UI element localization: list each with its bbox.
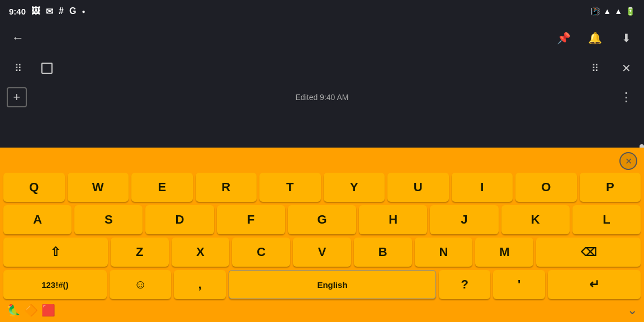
second-toolbar-right: ⠿ ✕ (584, 57, 637, 79)
key-s[interactable]: S (74, 205, 143, 234)
key-b[interactable]: B (354, 238, 412, 267)
grid-view-button[interactable]: ⠿ (7, 57, 29, 79)
apostrophe-label: ' (518, 277, 520, 292)
add-button[interactable]: + (7, 87, 27, 107)
keyboard-row-4: 123!#() ☺ , English ? ' ↵ (0, 268, 644, 301)
archive-button[interactable]: ⬇ (615, 27, 637, 49)
key-i[interactable]: I (452, 173, 513, 202)
space-label: English (317, 280, 347, 290)
key-n[interactable]: N (415, 238, 473, 267)
keyboard: ✕ Q W E R T Y U I O P A S D F G H J K L … (0, 148, 644, 322)
gnews-icon: G (69, 6, 76, 16)
back-icon: ← (12, 31, 24, 45)
edit-status-bar: + Edited 9:40 AM ⋮ (0, 83, 644, 112)
collapse-keyboard-button[interactable]: ⌄ (627, 303, 637, 318)
photo-icon: 🖼 (31, 6, 40, 16)
key-m[interactable]: M (475, 238, 533, 267)
key-a[interactable]: A (3, 205, 72, 234)
square-icon (41, 63, 53, 74)
key-j[interactable]: J (430, 205, 498, 234)
pin-icon: 📌 (557, 31, 571, 45)
key-apostrophe[interactable]: ' (493, 270, 544, 299)
keyboard-bottom-bar: 🦜 🔶 🟥 ⌄ (0, 301, 644, 322)
key-shift[interactable]: ⇧ (3, 238, 108, 267)
keyboard-row-1: Q W E R T Y U I O P (0, 171, 644, 203)
top-toolbar: ← 📌 🔔 ⬇ (0, 22, 644, 54)
key-z[interactable]: Z (111, 238, 169, 267)
more-options-button[interactable]: ⋮ (615, 86, 637, 108)
keyboard-top-bar: ✕ (0, 150, 644, 171)
key-question[interactable]: ? (439, 270, 490, 299)
close-icon: ✕ (622, 61, 631, 75)
keyboard-close-icon: ✕ (625, 156, 632, 167)
key-comma[interactable]: , (174, 270, 225, 299)
notification-button[interactable]: 🔔 (584, 27, 606, 49)
more-options-icon: ⋮ (620, 90, 632, 105)
key-backspace[interactable]: ⌫ (536, 238, 641, 267)
signal-icon: ▲ (614, 7, 622, 16)
status-bar: 9:40 🖼 ✉ # G ● 📳 ▲ ▲ 🔋 (0, 0, 644, 22)
key-enter[interactable]: ↵ (548, 270, 641, 299)
close-button[interactable]: ✕ (615, 57, 637, 79)
app-icon-3: 🟥 (41, 304, 55, 317)
key-f[interactable]: F (217, 205, 285, 234)
shift-icon: ⇧ (50, 245, 60, 259)
key-w[interactable]: W (68, 173, 129, 202)
key-o[interactable]: O (515, 173, 577, 202)
battery-icon: 🔋 (626, 7, 635, 16)
key-e[interactable]: E (131, 173, 193, 202)
key-u[interactable]: U (387, 173, 449, 202)
key-space[interactable]: English (229, 270, 436, 299)
gmail-icon: ✉ (46, 6, 53, 17)
enter-icon: ↵ (589, 277, 599, 292)
status-left: 9:40 🖼 ✉ # G ● (9, 6, 85, 17)
key-g[interactable]: G (288, 205, 356, 234)
key-v[interactable]: V (293, 238, 351, 267)
grid-icon: ⠿ (15, 62, 22, 74)
toolbar-tools: ⠿ (7, 57, 58, 79)
add-icon: + (13, 90, 21, 105)
emoji-icon: ☺ (134, 277, 146, 292)
back-button[interactable]: ← (7, 27, 29, 49)
toolbar-left: ← (7, 27, 29, 49)
app-icon-2: 🔶 (24, 304, 38, 317)
key-p[interactable]: P (580, 173, 641, 202)
pin-button[interactable]: 📌 (552, 27, 575, 49)
question-label: ? (461, 277, 468, 292)
key-h[interactable]: H (359, 205, 427, 234)
key-numbers[interactable]: 123!#() (3, 270, 107, 299)
keyboard-row-3: ⇧ Z X C V B N M ⌫ (0, 236, 644, 268)
keyboard-dots-icon: ⠿ (591, 62, 599, 74)
numbers-label: 123!#() (41, 280, 68, 290)
backspace-icon: ⌫ (581, 245, 596, 259)
notification-bell-icon: 🔔 (588, 31, 602, 45)
status-time: 9:40 (9, 7, 26, 16)
keyboard-close-button[interactable]: ✕ (619, 152, 637, 170)
key-l[interactable]: L (572, 205, 641, 234)
key-r[interactable]: R (196, 173, 257, 202)
square-view-button[interactable] (36, 57, 58, 79)
archive-icon: ⬇ (622, 31, 631, 45)
key-t[interactable]: T (259, 173, 321, 202)
key-d[interactable]: D (145, 205, 214, 234)
keyboard-row-2: A S D F G H J K L (0, 203, 644, 236)
key-x[interactable]: X (172, 238, 230, 267)
wifi-icon: ▲ (603, 7, 611, 16)
edit-timestamp: Edited 9:40 AM (296, 93, 349, 102)
status-icons-right: 📳 ▲ ▲ 🔋 (590, 7, 635, 16)
keyboard-toggle-button[interactable]: ⠿ (584, 57, 606, 79)
chevron-down-icon: ⌄ (627, 303, 637, 317)
slack-icon: # (59, 6, 64, 16)
second-toolbar: ⠿ ⠿ ✕ (0, 54, 644, 83)
vibrate-icon: 📳 (590, 7, 600, 16)
comma-label: , (198, 277, 202, 292)
key-q[interactable]: Q (3, 173, 65, 202)
app-icon-1: 🦜 (7, 304, 21, 317)
toolbar-right: 📌 🔔 ⬇ (552, 27, 637, 49)
key-emoji[interactable]: ☺ (110, 270, 172, 299)
key-k[interactable]: K (501, 205, 570, 234)
key-y[interactable]: Y (324, 173, 385, 202)
dot-icon: ● (82, 8, 85, 15)
key-c[interactable]: C (232, 238, 290, 267)
app-icons: 🦜 🔶 🟥 (7, 304, 55, 317)
